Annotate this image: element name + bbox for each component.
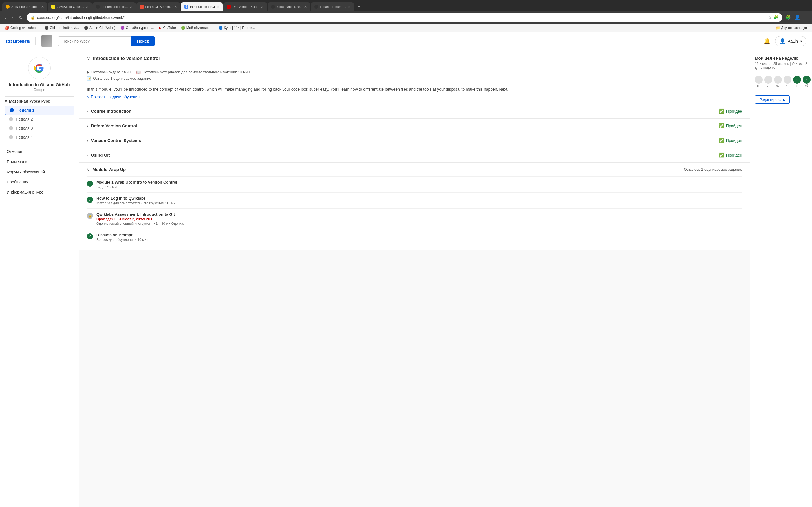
tab-kottans-frontend[interactable]: kottans-frontend... ✕ <box>311 2 354 11</box>
bookmark-label: AaLin-Git (AaLin) <box>89 26 115 30</box>
weeks-list: Неделя 1 Неделя 2 Неделя 3 Неделя 4 <box>4 106 74 142</box>
sidebar-link-forums[interactable]: Форумы обсуждений <box>4 167 74 177</box>
tab-close-btn[interactable]: ✕ <box>348 5 350 9</box>
wrapup-header[interactable]: ∨ Module Wrap Up Осталось 1 оцениваемое … <box>79 163 750 176</box>
subsection-header-using-git[interactable]: › Using Git ✅ Пройден <box>79 148 750 162</box>
tab-kottans-mock[interactable]: kottans/mock-re... ✕ <box>267 2 310 11</box>
search-input[interactable] <box>58 36 132 46</box>
course-title: Introduction to Git and GitHub <box>9 82 70 87</box>
sidebar-link-messages[interactable]: Сообщения <box>4 177 74 187</box>
show-objectives-btn[interactable]: ∨ Показать задачи обучения <box>79 93 750 104</box>
sidebar-link-marks[interactable]: Отметки <box>4 147 74 157</box>
sidebar-item-week3[interactable]: Неделя 3 <box>4 124 74 133</box>
google-g-svg <box>33 61 47 75</box>
course-provider: Google <box>34 88 45 92</box>
extension-icon[interactable]: 🧩 <box>773 15 778 20</box>
other-bookmarks[interactable]: 📁 Другие закладки <box>774 25 809 31</box>
bookmark-icon: 🟣 <box>120 26 124 30</box>
tab-title: TypeScript - Быс... <box>232 5 259 8</box>
coursera-app: coursera Поиск 🔔 👤 AaLin ▾ <box>0 32 812 507</box>
tab-close-btn[interactable]: ✕ <box>130 5 133 9</box>
menu-btn[interactable]: ⋮ <box>803 14 809 21</box>
wrapup-item-title-3[interactable]: Discussion Prompt <box>96 233 148 237</box>
tab-close-btn[interactable]: ✕ <box>304 5 307 9</box>
notifications-btn[interactable]: 🔔 <box>763 38 770 45</box>
weekly-goals-title: Мои цели на неделю <box>755 56 808 61</box>
tab-typescript[interactable]: TypeScript - Быс... ✕ <box>223 2 267 11</box>
coursera-logo[interactable]: coursera <box>6 38 30 45</box>
wrapup-item-content-1: How to Log in to Qwiklabs Материал для с… <box>96 196 177 205</box>
sidebar-item-week4[interactable]: Неделя 4 <box>4 133 74 142</box>
extensions-btn[interactable]: 🧩 <box>784 14 792 21</box>
day-wrapper-cht: чт <box>783 76 792 87</box>
module-collapse-icon[interactable]: ∨ <box>87 56 90 61</box>
course-material-toggle[interactable]: ∨ Материал курса курс <box>4 99 74 103</box>
bookmark-youtube[interactable]: ▶ YouTube <box>157 25 178 31</box>
tab-title: frontend/git-intro... <box>101 5 128 8</box>
meta-reading-text: Осталось материалов для самостоятельного… <box>142 70 250 74</box>
bookmark-aalin-git[interactable]: ⚫ AaLin-Git (AaLin) <box>82 25 117 31</box>
module-header[interactable]: ∨ Introduction to Version Control <box>79 50 750 67</box>
tab-close-active[interactable]: ✕ <box>216 5 219 9</box>
tab-favicon-active: G <box>185 5 188 9</box>
bookmark-star-icon[interactable]: ☆ <box>768 15 772 20</box>
tab-shcodes[interactable]: SheCodes Respo... ✕ <box>2 2 47 11</box>
bookmarks-bar: 🎒 Coding workshop... ⚫ GitHub - kottans/… <box>0 24 812 32</box>
tab-bar: SheCodes Respo... ✕ JavaScript Objec... … <box>0 0 812 11</box>
tab-javascript[interactable]: JavaScript Objec... ✕ <box>48 2 92 11</box>
tab-coursera-active[interactable]: G Introduction to Gi ✕ <box>181 2 223 11</box>
bookmark-label: Моё обучение -... <box>186 26 213 30</box>
tab-title: kottans/mock-re... <box>276 5 302 8</box>
edit-goals-btn[interactable]: Редактировать <box>755 96 790 104</box>
bookmark-my-learning[interactable]: 🟢 Моё обучение -... <box>179 25 216 31</box>
sidebar-link-notes[interactable]: Примечания <box>4 157 74 167</box>
day-wrapper-sb: ✓ сб <box>803 76 811 87</box>
user-menu-btn[interactable]: 👤 AaLin ▾ <box>775 36 806 46</box>
wrapup-lock-icon-2: 🔒 <box>87 213 93 219</box>
profile-btn[interactable]: 👤 <box>793 13 802 22</box>
address-bar[interactable]: 🔒 coursera.org/learn/introduction-git-gi… <box>27 13 782 22</box>
week-dot-3 <box>9 126 13 130</box>
subsection-title-2: Version Control Systems <box>91 138 719 143</box>
back-btn[interactable]: ‹ <box>3 14 8 21</box>
tab-close-btn[interactable]: ✕ <box>86 5 89 9</box>
week3-label: Неделя 3 <box>16 126 33 130</box>
tab-close-btn[interactable]: ✕ <box>261 5 264 9</box>
bookmark-coding-workshop[interactable]: 🎒 Coding workshop... <box>3 25 42 31</box>
tab-learngit[interactable]: Learn Git Branch... ✕ <box>137 2 181 11</box>
new-tab-btn[interactable]: + <box>354 2 363 11</box>
tab-github-frontend[interactable]: frontend/git-intro... ✕ <box>93 2 136 11</box>
bookmark-github-kottans[interactable]: ⚫ GitHub - kottans/f... <box>42 25 81 31</box>
sidebar-item-week1[interactable]: Неделя 1 <box>4 106 74 115</box>
wrapup-item-content-0: Module 1 Wrap Up: Intro to Version Contr… <box>96 180 177 189</box>
tab-title: kottans-frontend... <box>320 5 346 8</box>
bookmark-label: Coding workshop... <box>10 26 40 30</box>
subsection-title-3: Using Git <box>91 153 719 158</box>
bookmark-online-courses[interactable]: 🟣 Онлайн-курсы –... <box>118 25 156 31</box>
subsection-header-vc-systems[interactable]: › Version Control Systems ✅ Пройден <box>79 133 750 148</box>
reload-btn[interactable]: ↻ <box>17 14 24 21</box>
search-button[interactable]: Поиск <box>132 36 154 46</box>
tab-close-btn[interactable]: ✕ <box>174 5 177 9</box>
wrapup-item-title-1[interactable]: How to Log in to Qwiklabs <box>96 196 177 201</box>
main-layout: Introduction to Git and GitHub Google ∨ … <box>0 50 812 507</box>
passed-label-3: Пройден <box>726 153 742 158</box>
google-logo <box>28 57 51 79</box>
sidebar-link-info[interactable]: Информация о курс <box>4 187 74 197</box>
subsection-using-git: › Using Git ✅ Пройден <box>79 148 750 162</box>
bookmark-course-114[interactable]: 🔵 Курс | 114 | Prome... <box>216 25 257 31</box>
video-icon: ▶ <box>87 70 90 74</box>
wrapup-item-title-0[interactable]: Module 1 Wrap Up: Intro to Version Contr… <box>96 180 177 184</box>
forward-btn[interactable]: › <box>10 14 15 21</box>
subsection-header-course-intro[interactable]: › Course Introduction ✅ Пройден <box>79 104 750 118</box>
tab-close-btn[interactable]: ✕ <box>41 5 44 9</box>
subsection-header-before-vc[interactable]: › Before Version Control ✅ Пройден <box>79 119 750 133</box>
sidebar-item-week2[interactable]: Неделя 2 <box>4 115 74 124</box>
bookmark-label: Онлайн-курсы –... <box>126 26 154 30</box>
wrapup-item-title-2[interactable]: Qwiklabs Assessment: Introduction to Git <box>96 212 187 217</box>
chevron-down-icon: ▾ <box>800 39 802 43</box>
meta-reading: 📖 Осталось материалов для самостоятельно… <box>136 70 250 74</box>
passed-badge-2: ✅ Пройден <box>719 138 742 143</box>
reading-icon: 📖 <box>136 70 141 74</box>
wrapup-item-content-3: Discussion Prompt Вопрос для обсуждения … <box>96 233 148 242</box>
